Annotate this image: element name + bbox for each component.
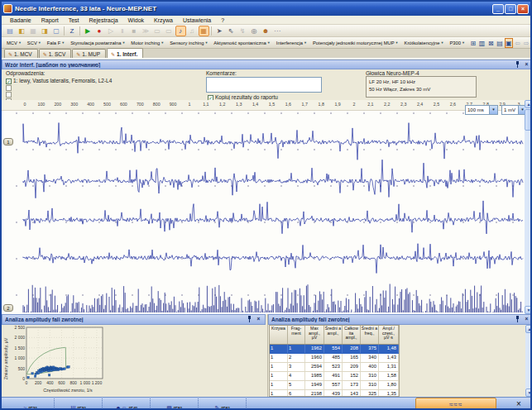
stop-icon[interactable]: ■	[129, 26, 140, 36]
patients-icon[interactable]: ☻	[261, 26, 271, 36]
table-header-cell[interactable]: Max ampl., µV	[305, 326, 324, 344]
minimize-button[interactable]: _	[492, 4, 504, 14]
cursor-icon[interactable]: ⇖	[226, 26, 237, 36]
test-button-sensory-inching[interactable]: Sensory inching▼	[167, 39, 210, 47]
timebase-select[interactable]: 100 ms▼	[465, 105, 498, 115]
save-exam-icon[interactable]: ▦	[28, 26, 39, 36]
scroll-down-icon[interactable]: ▼	[525, 306, 532, 314]
table-view-icon[interactable]: ⊞	[469, 38, 477, 48]
export-exam-icon[interactable]: ◨	[40, 26, 50, 36]
lead-2-checkbox[interactable]	[6, 85, 12, 91]
scrollbar-thumb[interactable]	[525, 109, 532, 131]
close-panel-icon[interactable]: ×	[523, 316, 530, 323]
scroll-up-icon[interactable]: ▲	[525, 100, 532, 108]
screen-b-icon[interactable]: ▭	[164, 26, 175, 36]
title-bar[interactable]: Needle Interference, 33 lata - Neuro-MEP…	[2, 2, 530, 16]
step-icon[interactable]: ≫	[141, 26, 151, 36]
pin-icon[interactable]	[246, 316, 253, 323]
menu-item-rejestracja[interactable]: Rejestracja	[84, 17, 123, 23]
speaker-off-icon[interactable]: ♫	[187, 26, 198, 36]
tab-1mcv[interactable]: ✎1. MCV	[4, 49, 38, 58]
grid-dots-icon[interactable]: ⋯	[272, 26, 283, 36]
test-button-mcv[interactable]: MCV▼	[4, 39, 24, 47]
record-icon[interactable]: ●	[94, 26, 105, 36]
table-row[interactable]: 1325945232094001,31	[270, 363, 399, 372]
menu-item-ustawienia[interactable]: Ustawienia	[178, 17, 216, 23]
stimulation-pattern-icon[interactable]: ▦	[199, 26, 209, 36]
close-button[interactable]: ×	[517, 4, 529, 14]
tab-1mup[interactable]: ✎1. MUP	[72, 49, 106, 58]
pause-icon[interactable]: ‖	[117, 26, 128, 36]
table-row[interactable]: 1119625542083751,48	[270, 345, 399, 354]
table-header-cell[interactable]: Całkow ita ampl.,	[343, 326, 361, 344]
test-button-p300[interactable]: P300▼	[447, 39, 467, 47]
test-button-stymulacja-powtarzalna[interactable]: Stymulacja powtarzalna▼	[68, 39, 127, 47]
test-button-scv[interactable]: SCV▼	[25, 39, 44, 47]
probe-icon[interactable]: ➤	[214, 26, 225, 36]
table-header-cell[interactable]: Krzywa	[270, 326, 288, 344]
nowy-miesien-f5-button[interactable]: ▤[F5]Nowy mięsień	[151, 398, 199, 410]
table-header-cell[interactable]: Frag- ment	[288, 326, 305, 344]
table-vertical-scrollbar[interactable]: ▲ ▼	[525, 325, 532, 397]
test-button-potencja-y-jednostki-motorycznej-mup[interactable]: Potencjały jednostki motorycznej MUP▼	[310, 39, 401, 47]
close-panel-icon[interactable]: ×	[255, 316, 262, 323]
table-header-cell[interactable]: Średni a freq.,	[361, 326, 379, 344]
scroll-up-icon[interactable]: ▲	[525, 325, 532, 333]
pin-icon[interactable]	[514, 316, 521, 323]
menu-item-badanie[interactable]: Badanie	[5, 17, 36, 23]
pin-icon[interactable]	[514, 61, 521, 69]
menu-item-widok[interactable]: Widok	[123, 17, 149, 23]
druga-strona-f4-button[interactable]: ☻☺[F4]Druga strona	[103, 398, 151, 410]
menu-item-test[interactable]: Test	[64, 17, 84, 23]
table-row[interactable]: 1419854911523101,58	[270, 372, 399, 381]
table-row[interactable]: 1519495571733101,80	[270, 381, 399, 390]
resume-icon[interactable]: ▷	[106, 26, 117, 36]
test-button-aktywno---spontaniczna[interactable]: Aktywność spontaniczna▼	[211, 39, 272, 47]
stimulus-icon[interactable]: ↯	[237, 26, 248, 36]
lead-1-checkbox[interactable]: ✓1: lewy, Vastus lateralis, Femoralis, L…	[6, 78, 112, 84]
table-row[interactable]: 1219604851653401,43	[270, 354, 399, 363]
aktywnosc-f2-button[interactable]: ≈[F2]Aktywność	[7, 398, 55, 410]
test-button-interferencja[interactable]: Interferencja▼	[274, 39, 309, 47]
bottombar-close-icon[interactable]: ×	[514, 399, 524, 409]
menu-item-raport[interactable]: Raport	[36, 17, 64, 23]
test-button-motor-inching[interactable]: Motor inching▼	[128, 39, 166, 47]
menu-item-krzywa[interactable]: Krzywa	[149, 17, 178, 23]
report-view-icon[interactable]: ▤	[496, 38, 504, 48]
scroll-down-icon[interactable]: ▼	[525, 389, 532, 397]
tab-1interf[interactable]: ✎1. Interf.	[107, 48, 143, 58]
interference-active-button[interactable]: ≈≈≈	[415, 398, 496, 410]
print-icon[interactable]: ⊠	[486, 38, 495, 48]
nav-back-icon[interactable]: ⇦	[514, 38, 522, 48]
open-exam-icon[interactable]: ◧	[17, 26, 27, 36]
comment-input[interactable]	[206, 77, 322, 93]
emg-chart-area[interactable]: 010020030040050060070080090011,11,21,31,…	[2, 100, 532, 314]
komentarz-f6-button[interactable]: ✎[F6]Komentarz	[199, 398, 247, 410]
chart-vertical-scrollbar[interactable]: ▲ ▼	[525, 100, 532, 314]
start-icon[interactable]: ▶	[83, 26, 93, 36]
test-button-kr-tkolatencyjne[interactable]: Krótkolatencyjne▼	[402, 39, 447, 47]
histogram-view-icon[interactable]: ▥	[478, 38, 486, 48]
restore-button[interactable]: □	[505, 4, 516, 14]
channel-1-marker[interactable]: 1	[3, 138, 13, 145]
test-button-fala-f[interactable]: Fala F▼	[45, 39, 67, 47]
new-exam-icon[interactable]: ▤	[5, 26, 16, 36]
screen-a-icon[interactable]: ▭	[152, 26, 163, 36]
gain-select[interactable]: 1 mV▼	[501, 105, 527, 115]
channel-2-marker[interactable]: 2	[3, 304, 13, 312]
table-header-cell[interactable]: Ampl./ częst., µV·s	[379, 326, 399, 344]
zoom-icon[interactable]: ◎	[249, 26, 260, 36]
menu-item-[interactable]: ?	[216, 17, 229, 23]
new-test-icon[interactable]: ▢	[51, 26, 62, 36]
monitor-view-icon[interactable]: ▣	[505, 38, 513, 48]
turns-amplitude-scatter[interactable]: 02004006008001 0001 20005001 0001 5002 0…	[2, 325, 266, 397]
mup-f3-button[interactable]: Ψ[F3]MUP	[55, 398, 103, 410]
speaker-icon[interactable]: ♪	[175, 26, 186, 36]
tab-1scv[interactable]: ✎1. SCV	[39, 49, 72, 58]
lead-3-checkbox[interactable]	[6, 92, 12, 98]
close-panel-icon[interactable]: ×	[523, 61, 530, 69]
nav-forward-icon[interactable]: ⇨	[522, 38, 530, 48]
results-table[interactable]: KrzywaFrag- mentMax ampl., µVŚredni a am…	[269, 325, 400, 397]
z-transform-icon[interactable]: Z	[67, 26, 78, 36]
table-row[interactable]: 1621984391433251,35	[270, 390, 399, 397]
